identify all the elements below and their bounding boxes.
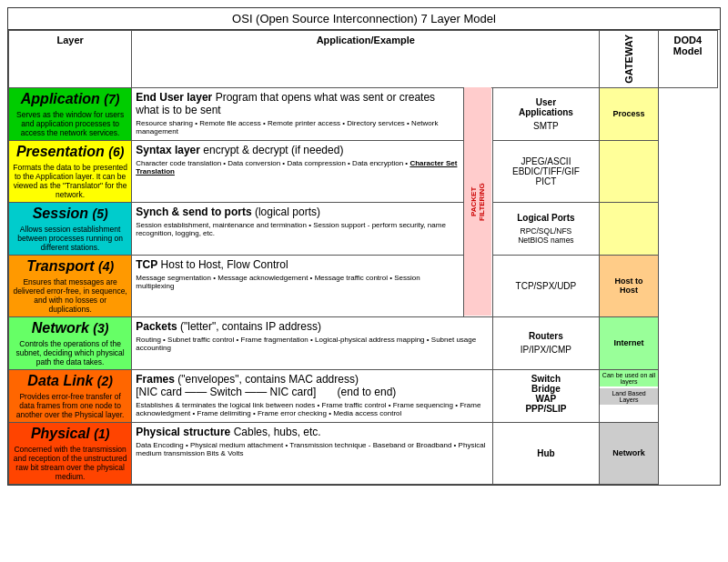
app-title-network: Packets ("letter", contains IP address) [136,320,488,333]
layer-num-app: (7) [104,92,119,106]
central-presentation: JPEG/ASCIIEBDIC/TIFF/GIFPICT [492,140,600,202]
central-sub-session: RPC/SQL/NFSNetBIOS names [497,226,596,245]
layer-desc-net: Controls the operations of the subnet, d… [13,339,127,366]
central-title-session: Logical Ports [497,213,596,223]
central-sub-application: SMTP [497,121,596,131]
header-layer: Layer [9,31,132,88]
app-details-session: Session establishment, maintenance and t… [136,221,460,237]
layer-name-trans: Transport (4) [13,258,127,275]
layer-name-pres: Presentation (6) [13,144,127,160]
layer-session: Session (5) Allows session establishment… [9,202,132,255]
layer-name-app: Application (7) [13,91,127,107]
app-details-transport: Message segmentation • Message acknowled… [136,274,460,290]
table-row: Session (5) Allows session establishment… [9,202,720,255]
app-title-transport: TCP Host to Host, Flow Control [136,258,460,271]
layer-desc-pres: Formats the data to be presented to the … [13,163,127,199]
table-row: Application (7) Serves as the window for… [9,87,720,140]
app-details-application: Resource sharing • Remote file access • … [136,119,460,135]
central-title-presentation: JPEG/ASCIIEBDIC/TIFF/GIFPICT [497,156,596,186]
central-session: Logical Ports RPC/SQL/NFSNetBIOS names [492,202,600,255]
central-title-datalink: SwitchBridgeWAPPPP/SLIP [497,374,596,414]
table-row: Data Link (2) Provides error-free transf… [9,369,720,422]
header-dod4: DOD4 Model [658,31,717,88]
app-title-presentation: Syntax layer encrypt & decrypt (if neede… [136,144,460,156]
central-physical: Hub [492,422,600,484]
table-wrapper: Layer Application/Example GATEWAY DOD4 M… [8,30,720,485]
layer-network: Network (3) Controls the operations of t… [9,316,132,369]
packet-filtering: PACKETFILTERING [463,87,492,316]
layer-name-net: Network (3) [13,320,127,336]
app-title-datalink: Frames ("envelopes", contains MAC addres… [136,373,488,398]
dod-datalink: Can be used on all layers Land Based Lay… [600,369,659,422]
table-row: Physical (1) Concerned with the transmis… [9,422,720,484]
central-title-transport: TCP/SPX/UDP [497,281,596,291]
dod-host-to-host: Host to Host [600,255,659,316]
table-row: Network (3) Controls the operations of t… [9,316,720,369]
app-details-presentation: Character code translation • Data conver… [136,159,460,176]
layer-transport: Transport (4) Ensures that messages are … [9,255,132,316]
app-cell-application: End User layer Program that opens what w… [132,87,464,140]
layer-presentation: Presentation (6) Formats the data to be … [9,140,132,202]
app-cell-physical: Physical structure Cables, hubs, etc. Da… [132,422,492,484]
dod-process-2 [600,140,659,202]
app-cell-presentation: Syntax layer encrypt & decrypt (if neede… [132,140,464,202]
land-based-label: Land Based Layers [600,388,658,405]
app-cell-session: Synch & send to ports (logical ports) Se… [132,202,464,255]
layer-name-data: Data Link (2) [13,373,127,389]
layer-name-sess: Session (5) [13,206,127,222]
app-details-datalink: Establishes & terminates the logical lin… [136,401,488,417]
app-title-session: Synch & send to ports (logical ports) [136,206,460,218]
layer-desc-app: Serves as the window for users and appli… [13,110,127,137]
layer-desc-data: Provides error-free transfer of data fra… [13,392,127,419]
table-row: Presentation (6) Formats the data to be … [9,140,720,202]
layer-application: Application (7) Serves as the window for… [9,87,132,140]
app-cell-transport: TCP Host to Host, Flow Control Message s… [132,255,464,316]
dod-internet: Internet [600,316,659,369]
gateway-column: GATEWAY [600,31,659,88]
app-details-network: Routing • Subnet traffic control • Frame… [136,336,488,352]
page-title: OSI (Open Source Interconnection) 7 Laye… [8,8,720,30]
dod-process-3 [600,202,659,255]
central-title-application: UserApplications [497,97,596,117]
dod-process: Process [600,87,659,140]
central-datalink: SwitchBridgeWAPPPP/SLIP [492,369,600,422]
app-details-physical: Data Encoding • Physical medium attachme… [136,441,488,457]
central-transport: TCP/SPX/UDP [492,255,600,316]
layer-desc-sess: Allows session establishment between pro… [13,225,127,252]
header-app-example: Application/Example [132,31,600,88]
central-application: UserApplications SMTP [492,87,600,140]
dod-network: Network [600,422,659,484]
central-title-physical: Hub [497,448,596,458]
layer-datalink: Data Link (2) Provides error-free transf… [9,369,132,422]
table-row: Transport (4) Ensures that messages are … [9,255,720,316]
central-network: Routers IP/IPX/ICMP [492,316,600,369]
can-be-used-label: Can be used on all layers [600,370,658,386]
app-title-physical: Physical structure Cables, hubs, etc. [136,426,488,438]
central-sub-network: IP/IPX/ICMP [497,345,596,355]
app-title-application: End User layer Program that opens what w… [136,91,460,116]
central-title-network: Routers [497,331,596,341]
app-cell-datalink: Frames ("envelopes", contains MAC addres… [132,369,492,422]
layer-desc-phys: Concerned with the transmission and rece… [13,445,127,481]
layer-desc-trans: Ensures that messages are delivered erro… [13,277,127,314]
app-cell-network: Packets ("letter", contains IP address) … [132,316,492,369]
osi-diagram: OSI (Open Source Interconnection) 7 Laye… [7,7,721,486]
layer-name-phys: Physical (1) [13,426,127,442]
layer-physical: Physical (1) Concerned with the transmis… [9,422,132,484]
